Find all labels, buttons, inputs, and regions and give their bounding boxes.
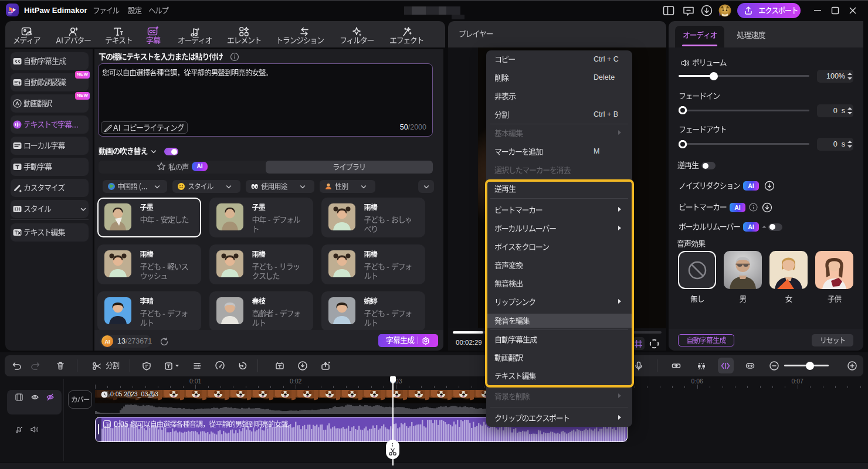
svg-text:AI: AI — [105, 339, 110, 345]
